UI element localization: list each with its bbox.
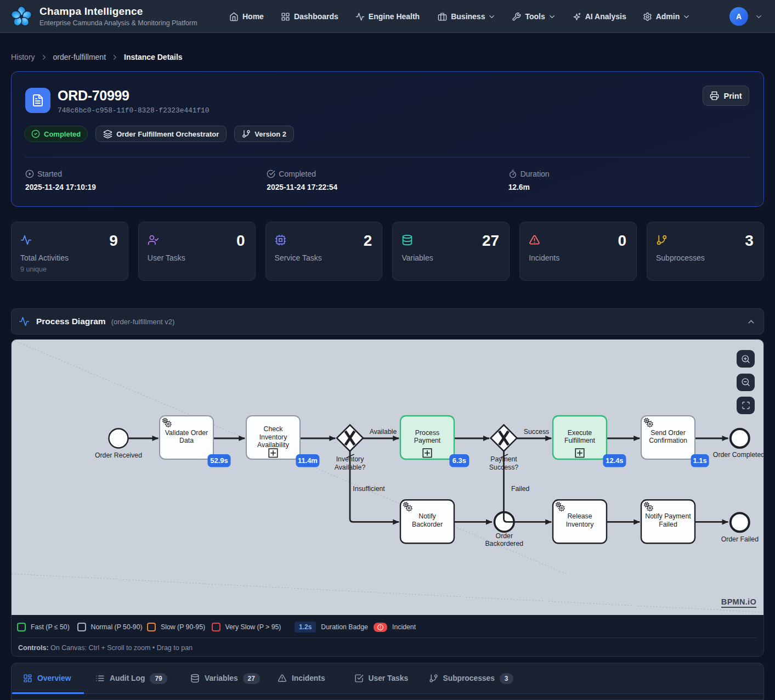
svg-text:11.4m: 11.4m — [298, 456, 318, 465]
svg-text:Order: Order — [496, 532, 513, 540]
svg-text:Success: Success — [524, 428, 549, 436]
svg-text:Execute: Execute — [568, 429, 592, 437]
svg-text:Process: Process — [415, 429, 439, 437]
svg-text:Backorder: Backorder — [412, 521, 443, 528]
svg-text:Failed: Failed — [511, 485, 530, 493]
svg-text:Inventory: Inventory — [566, 521, 594, 528]
svg-text:Data: Data — [179, 437, 194, 444]
svg-text:Success?: Success? — [489, 464, 518, 471]
svg-text:Payment: Payment — [414, 437, 441, 444]
svg-text:Order Received: Order Received — [95, 451, 142, 459]
svg-text:Fulfillment: Fulfillment — [564, 437, 596, 444]
svg-text:Inventory: Inventory — [336, 455, 364, 463]
svg-text:Failed: Failed — [659, 521, 677, 528]
svg-text:6.3s: 6.3s — [452, 456, 466, 465]
svg-text:Payment: Payment — [490, 455, 517, 463]
svg-text:Send Order: Send Order — [650, 429, 686, 437]
svg-text:Availability: Availability — [257, 441, 290, 449]
svg-text:Notify Payment: Notify Payment — [645, 512, 691, 520]
svg-text:Inventory: Inventory — [259, 433, 287, 441]
svg-text:1.1s: 1.1s — [693, 456, 707, 465]
svg-text:Backordered: Backordered — [485, 540, 523, 547]
svg-text:Insufficient: Insufficient — [353, 485, 385, 493]
svg-text:Confirmation: Confirmation — [649, 437, 687, 444]
svg-text:12.4s: 12.4s — [606, 456, 623, 465]
svg-text:Notify: Notify — [418, 512, 436, 520]
svg-text:Order Failed: Order Failed — [721, 535, 759, 543]
svg-text:Available: Available — [370, 428, 397, 436]
svg-text:52.9s: 52.9s — [210, 456, 228, 465]
svg-text:Validate Order: Validate Order — [165, 429, 208, 437]
svg-text:Order Completed: Order Completed — [713, 451, 763, 459]
svg-text:Release: Release — [567, 512, 592, 520]
svg-text:Available?: Available? — [335, 464, 366, 471]
svg-text:Check: Check — [264, 425, 284, 433]
